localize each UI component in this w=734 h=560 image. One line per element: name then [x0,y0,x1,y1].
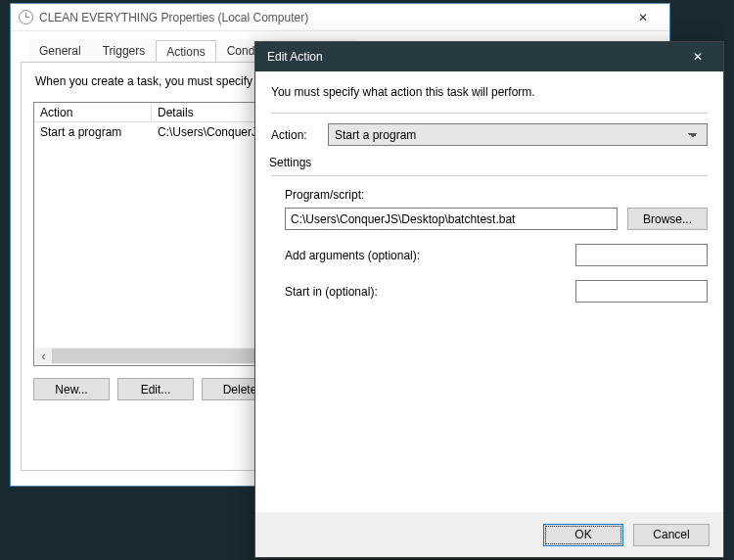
tab-general[interactable]: General [28,39,92,62]
scroll-left-icon[interactable]: ‹ [35,349,52,363]
dialog-title: Edit Action [267,50,678,64]
cancel-button[interactable]: Cancel [633,524,710,546]
startin-field: Start in (optional): [285,280,708,303]
program-field: Program/script: Browse... [285,188,708,230]
dialog-body: You must specify what action this task w… [255,71,723,512]
dialog-titlebar[interactable]: Edit Action ✕ [255,42,723,71]
separator [271,113,708,114]
settings-inner: Program/script: Browse... Add arguments … [271,175,708,303]
dialog-intro: You must specify what action this task w… [271,85,708,99]
close-button[interactable]: ✕ [622,8,664,27]
settings-group: Settings Program/script: Browse... Add a… [271,156,708,316]
new-button[interactable]: New... [33,378,110,400]
arguments-label: Add arguments (optional): [285,249,575,262]
ok-button[interactable]: OK [543,524,623,546]
tab-triggers[interactable]: Triggers [92,39,157,62]
action-combo[interactable]: Start a program [328,123,708,146]
edit-button[interactable]: Edit... [117,378,194,400]
edit-action-dialog: Edit Action ✕ You must specify what acti… [254,41,724,558]
startin-label: Start in (optional): [285,285,575,299]
col-action[interactable]: Action [34,104,152,121]
task-scheduler-icon [19,10,33,24]
startin-input[interactable] [575,280,708,303]
program-input[interactable] [285,208,618,230]
arguments-field: Add arguments (optional): [285,244,708,266]
settings-legend: Settings [269,156,311,169]
window-title: CLEAN EVERYTHING Properties (Local Compu… [39,11,622,24]
dialog-footer: OK Cancel [255,512,723,557]
browse-button[interactable]: Browse... [627,208,708,230]
arguments-input[interactable] [575,244,708,266]
program-label: Program/script: [285,188,708,202]
action-row: Action: Start a program [271,123,708,146]
action-label: Action: [271,128,328,142]
dialog-close-button[interactable]: ✕ [678,45,717,69]
titlebar[interactable]: CLEAN EVERYTHING Properties (Local Compu… [11,4,669,31]
tab-actions[interactable]: Actions [156,40,215,63]
cell-action: Start a program [34,123,152,141]
